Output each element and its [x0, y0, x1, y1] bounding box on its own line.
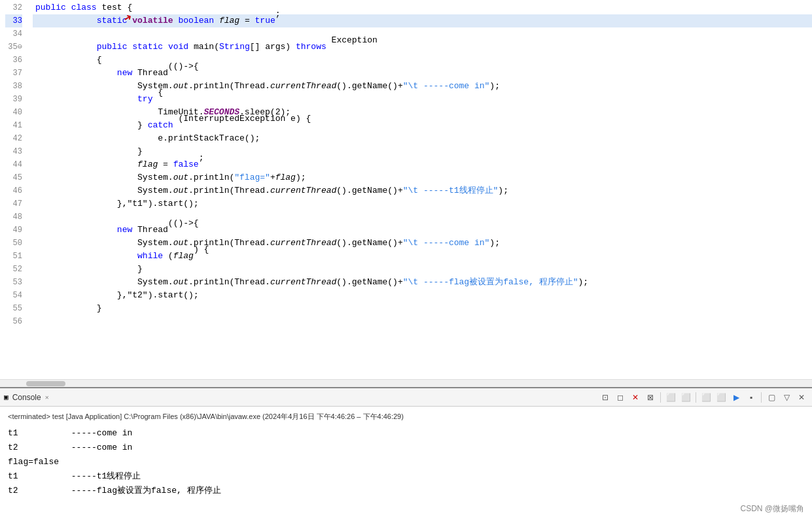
- line-num-43: 43: [5, 145, 22, 158]
- code-lines[interactable]: ➜ public class test { static volatile bo…: [27, 0, 812, 379]
- line-num-36: 36: [5, 54, 22, 67]
- code-container: 32 33 34 35⊖ 36 37 38 39 40 41 42 43 44 …: [0, 0, 812, 379]
- toolbar-close-btn[interactable]: ✕: [795, 391, 808, 404]
- line-num-44: 44: [5, 158, 22, 171]
- code-line-36: {: [33, 54, 812, 67]
- toolbar-minimize-btn[interactable]: ▽: [780, 391, 793, 404]
- console-output-t2-stop: t2 -----flag被设置为false, 程序停止: [8, 484, 804, 498]
- toolbar-pin-btn[interactable]: ◻: [614, 391, 627, 404]
- line-num-34: 34: [5, 27, 22, 41]
- code-line-49: new Thread(()->{: [33, 224, 812, 237]
- console-title[interactable]: Console: [12, 393, 41, 402]
- line-num-50: 50: [5, 237, 22, 250]
- code-line-38: System.out.println(Thread.currentThread(…: [33, 80, 812, 93]
- toolbar-copy-btn[interactable]: ⊡: [599, 391, 612, 404]
- code-line-45: System.out.println("flag="+flag);: [33, 171, 812, 184]
- code-line-55: }: [33, 302, 812, 315]
- toolbar-disconnect-btn[interactable]: ⊠: [644, 391, 657, 404]
- horizontal-scrollbar[interactable]: [0, 379, 812, 387]
- line-num-35: 35⊖: [5, 41, 22, 54]
- line-num-54: 54: [5, 289, 22, 302]
- line-num-33: 33: [5, 14, 22, 27]
- line-num-52: 52: [5, 263, 22, 276]
- line-num-46: 46: [5, 184, 22, 197]
- code-line-47: },"t1").start();: [33, 197, 812, 210]
- code-line-37: new Thread(()->{: [33, 67, 812, 80]
- line-num-47: 47: [5, 197, 22, 210]
- line-num-37: 37: [5, 67, 22, 80]
- line-num-56: 56: [5, 315, 22, 328]
- code-line-42: e.printStackTrace();: [33, 132, 812, 145]
- toolbar-maximize-btn[interactable]: ▢: [765, 391, 778, 404]
- code-line-48: [33, 210, 812, 224]
- code-line-53: System.out.println(Thread.currentThread(…: [33, 276, 812, 289]
- branding-text: CSDN @微扬嘴角: [740, 501, 804, 516]
- console-status-line: <terminated> test [Java Application] C:\…: [8, 409, 804, 424]
- line-num-51: 51: [5, 250, 22, 263]
- console-output-t1-stop: t1 -----t1线程停止: [8, 469, 804, 484]
- line-num-48: 48: [5, 210, 22, 224]
- line-num-42: 42: [5, 132, 22, 145]
- line-num-39: 39: [5, 93, 22, 106]
- toolbar-wrap-btn[interactable]: ⬜: [699, 391, 713, 404]
- toolbar-sep2: [696, 392, 696, 403]
- toolbar-scroll-lock-btn[interactable]: ⬜: [679, 391, 692, 404]
- editor-area: 32 33 34 35⊖ 36 37 38 39 40 41 42 43 44 …: [0, 0, 812, 387]
- line-numbers: 32 33 34 35⊖ 36 37 38 39 40 41 42 43 44 …: [0, 0, 27, 379]
- console-area: ▣ Console ✕ ⊡ ◻ ✕ ⊠ ⬜ ⬜ ⬜ ⬜ ▶ ▪ ▢ ▽ ✕ <t…: [0, 387, 812, 521]
- code-line-56: [33, 315, 812, 328]
- code-line-44: flag = false;: [33, 158, 812, 171]
- toolbar-sep3: [761, 392, 762, 403]
- toolbar-clear-btn[interactable]: ⬜: [664, 391, 677, 404]
- code-line-50: System.out.println(Thread.currentThread(…: [33, 237, 812, 250]
- console-content: <terminated> test [Java Application] C:\…: [0, 407, 812, 521]
- toolbar-open-btn[interactable]: ⬜: [715, 391, 728, 404]
- line-num-38: 38: [5, 80, 22, 93]
- line-num-49: 49: [5, 224, 22, 237]
- line-num-45: 45: [5, 171, 22, 184]
- console-output-flag: flag=false: [8, 455, 804, 469]
- console-header: ▣ Console ✕ ⊡ ◻ ✕ ⊠ ⬜ ⬜ ⬜ ⬜ ▶ ▪ ▢ ▽ ✕: [0, 388, 812, 407]
- console-output-t2-come: t2 -----come in: [8, 441, 804, 455]
- code-line-33: static volatile boolean flag = true;: [33, 14, 812, 27]
- code-line-52: }: [33, 263, 812, 276]
- code-line-51: while (flag) {: [33, 250, 812, 263]
- code-line-35: public static void main(String[] args) t…: [33, 41, 812, 54]
- toolbar-stop-btn[interactable]: ▪: [745, 391, 758, 404]
- line-num-40: 40: [5, 106, 22, 119]
- line-num-32: 32: [5, 1, 22, 14]
- code-line-46: System.out.println(Thread.currentThread(…: [33, 184, 812, 197]
- console-title-section: ▣ Console ✕: [4, 393, 49, 402]
- toolbar-new-console-btn[interactable]: ▶: [730, 391, 743, 404]
- console-tab-close[interactable]: ✕: [45, 394, 49, 401]
- console-output-t1-come: t1 -----come in: [8, 426, 804, 441]
- code-line-40: TimeUnit.SECONDS.sleep(2);: [33, 106, 812, 119]
- console-panel-icon: ▣: [4, 393, 9, 401]
- line-num-41: 41: [5, 119, 22, 132]
- line-num-53: 53: [5, 276, 22, 289]
- toolbar-sep1: [660, 392, 661, 403]
- code-line-54: },"t2").start();: [33, 289, 812, 302]
- console-toolbar: ⊡ ◻ ✕ ⊠ ⬜ ⬜ ⬜ ⬜ ▶ ▪ ▢ ▽ ✕: [599, 391, 808, 404]
- code-line-34: [33, 27, 812, 41]
- line-num-55: 55: [5, 302, 22, 315]
- code-line-32: public class test {: [33, 1, 812, 14]
- toolbar-terminate-btn[interactable]: ✕: [629, 391, 642, 404]
